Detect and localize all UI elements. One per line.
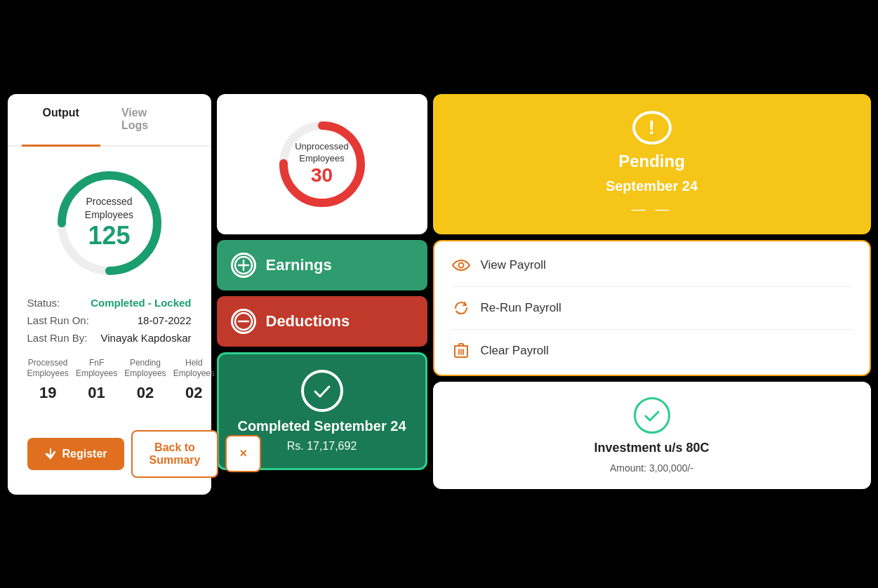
tabs-container: Output View Logs [8,94,211,147]
trash-icon [451,341,471,361]
last-run-on-value: 18-07-2022 [138,314,192,326]
stat-fnf-label: FnF Employees [76,358,117,380]
tab-view-logs[interactable]: View Logs [100,94,197,147]
close-button[interactable]: × [225,435,261,472]
processed-value: 125 [85,221,133,250]
stat-processed-label: Processed Employees [27,358,69,380]
earnings-button[interactable]: Earnings [217,240,427,290]
pending-label: Pending [618,152,685,171]
processed-center: Processed Employees 125 [85,195,133,250]
right-panel: Output View Logs Processed Employees [8,94,211,495]
stat-fnf: FnF Employees 01 [76,358,117,402]
pending-date: September 24 [606,178,698,194]
clear-payroll-label: Clear Payroll [481,344,549,358]
last-run-by-row: Last Run By: Vinayak Kapdoskar [27,332,192,344]
processed-donut: Processed Employees 125 [50,163,169,283]
register-button[interactable]: Register [27,438,124,470]
deductions-icon [231,309,256,334]
unprocessed-value: 30 [273,164,371,187]
deductions-label: Deductions [266,312,350,330]
pending-exclamation-icon: ! [632,111,672,145]
stat-fnf-value: 01 [76,384,117,402]
info-rows: Status: Completed - Locked Last Run On: … [27,297,192,344]
stat-held-label: Held Employees [173,358,215,380]
rerun-icon [451,298,471,318]
stat-processed: Processed Employees 19 [27,358,69,402]
unprocessed-center: Unprocessed Employees 30 [273,141,371,187]
last-run-on-row: Last Run On: 18-07-2022 [27,314,192,326]
unprocessed-donut: Unprocessed Employees 30 [273,115,371,213]
status-value: Completed - Locked [91,297,191,309]
stat-held-value: 02 [173,384,215,402]
status-row: Status: Completed - Locked [27,297,192,309]
deductions-button[interactable]: Deductions [217,296,427,347]
stat-held: Held Employees 02 [173,358,215,402]
view-payroll-label: View Payroll [481,258,546,272]
tab-output[interactable]: Output [22,94,100,147]
unprocessed-card: Unprocessed Employees 30 [217,94,427,234]
left-column: Unprocessed Employees 30 Earnings [217,94,427,489]
divider-1 [451,286,853,287]
stat-pending-value: 02 [124,384,166,402]
rerun-payroll-label: Re-Run Payroll [481,301,561,315]
action-buttons: Register Back to Summary × [27,423,192,478]
middle-column: ! Pending September 24 — — View Payroll [433,94,871,489]
payroll-actions-card: View Payroll Re-Run Payroll [433,240,871,376]
completed-check-icon [301,370,343,412]
back-to-summary-button[interactable]: Back to Summary [131,430,219,478]
stat-pending-label: Pending Employees [124,358,166,380]
earnings-icon [231,253,256,278]
pending-dashes: — — [632,201,672,218]
completed-amount: Rs. 17,17,692 [287,440,357,453]
processed-section: Processed Employees 125 [27,163,192,283]
earnings-label: Earnings [266,256,332,274]
stats-row: Processed Employees 19 FnF Employees 01 … [27,358,192,402]
register-label: Register [62,448,107,460]
investment-amount: Amount: 3,00,000/- [610,462,693,474]
unprocessed-label: Unprocessed Employees [273,141,371,165]
investment-card: Investment u/s 80C Amount: 3,00,000/- [433,382,871,489]
last-run-on-label: Last Run On: [27,314,89,326]
view-payroll-action[interactable]: View Payroll [451,255,853,275]
right-content: Processed Employees 125 Status: Complete… [8,147,211,495]
svg-point-7 [458,262,463,267]
stat-pending: Pending Employees 02 [124,358,166,402]
investment-check-icon [634,397,670,434]
completed-title: Completed September 24 [237,417,406,434]
divider-2 [451,329,853,330]
clear-payroll-action[interactable]: Clear Payroll [451,341,853,361]
last-run-by-label: Last Run By: [27,332,88,344]
last-run-by-value: Vinayak Kapdoskar [101,332,192,344]
status-label: Status: [27,297,60,309]
investment-title: Investment u/s 80C [594,441,709,455]
pending-card: ! Pending September 24 — — [433,94,871,234]
processed-label: Processed Employees [85,195,133,220]
stat-processed-value: 19 [27,384,69,402]
eye-icon [451,255,471,275]
rerun-payroll-action[interactable]: Re-Run Payroll [451,298,853,318]
